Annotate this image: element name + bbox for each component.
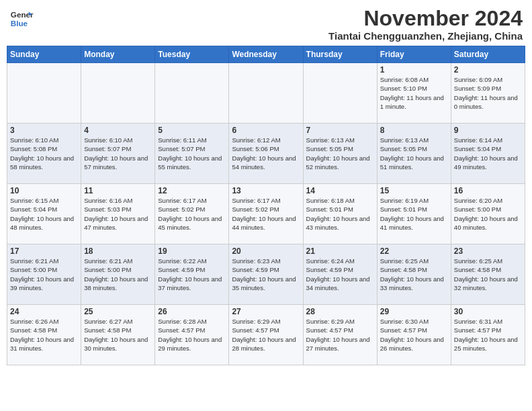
day-number: 5 bbox=[158, 126, 226, 135]
day-cell-1: 1Sunrise: 6:08 AM Sunset: 5:10 PM Daylig… bbox=[377, 63, 451, 124]
week-row-3: 10Sunrise: 6:15 AM Sunset: 5:04 PM Dayli… bbox=[7, 184, 525, 244]
day-detail: Sunrise: 6:13 AM Sunset: 5:05 PM Dayligh… bbox=[380, 136, 448, 171]
day-number: 22 bbox=[380, 246, 448, 256]
logo-icon: General Blue bbox=[9, 7, 34, 31]
day-number: 23 bbox=[454, 246, 522, 256]
day-cell-6: 6Sunrise: 6:12 AM Sunset: 5:06 PM Daylig… bbox=[229, 124, 303, 184]
day-number: 9 bbox=[454, 126, 522, 135]
day-number: 26 bbox=[158, 307, 226, 316]
day-detail: Sunrise: 6:28 AM Sunset: 4:57 PM Dayligh… bbox=[158, 317, 226, 353]
day-detail: Sunrise: 6:27 AM Sunset: 4:58 PM Dayligh… bbox=[84, 317, 152, 353]
day-cell-14: 14Sunrise: 6:18 AM Sunset: 5:01 PM Dayli… bbox=[303, 184, 377, 244]
day-detail: Sunrise: 6:10 AM Sunset: 5:07 PM Dayligh… bbox=[84, 136, 152, 171]
day-detail: Sunrise: 6:19 AM Sunset: 5:01 PM Dayligh… bbox=[380, 196, 448, 232]
day-number: 3 bbox=[10, 126, 78, 135]
day-cell-16: 16Sunrise: 6:20 AM Sunset: 5:00 PM Dayli… bbox=[451, 184, 525, 244]
weekday-header-friday: Friday bbox=[377, 46, 451, 63]
day-cell-22: 22Sunrise: 6:25 AM Sunset: 4:58 PM Dayli… bbox=[377, 244, 451, 305]
day-cell-7: 7Sunrise: 6:13 AM Sunset: 5:05 PM Daylig… bbox=[303, 124, 377, 184]
page-header: General Blue November 2024 Tiantai Cheng… bbox=[7, 7, 525, 42]
week-row-4: 17Sunrise: 6:21 AM Sunset: 5:00 PM Dayli… bbox=[7, 244, 525, 305]
day-cell-10: 10Sunrise: 6:15 AM Sunset: 5:04 PM Dayli… bbox=[7, 184, 81, 244]
day-detail: Sunrise: 6:18 AM Sunset: 5:01 PM Dayligh… bbox=[306, 196, 374, 232]
day-detail: Sunrise: 6:08 AM Sunset: 5:10 PM Dayligh… bbox=[380, 75, 448, 111]
day-number: 2 bbox=[454, 65, 522, 75]
day-detail: Sunrise: 6:25 AM Sunset: 4:58 PM Dayligh… bbox=[380, 257, 448, 292]
day-cell-17: 17Sunrise: 6:21 AM Sunset: 5:00 PM Dayli… bbox=[7, 244, 81, 305]
weekday-header-sunday: Sunday bbox=[7, 46, 81, 63]
day-number: 14 bbox=[306, 186, 374, 195]
day-detail: Sunrise: 6:23 AM Sunset: 4:59 PM Dayligh… bbox=[232, 257, 300, 292]
day-number: 18 bbox=[84, 246, 152, 256]
day-cell-11: 11Sunrise: 6:16 AM Sunset: 5:03 PM Dayli… bbox=[81, 184, 155, 244]
week-row-1: 1Sunrise: 6:08 AM Sunset: 5:10 PM Daylig… bbox=[7, 63, 525, 124]
weekday-header-thursday: Thursday bbox=[303, 46, 377, 63]
day-number: 6 bbox=[232, 126, 300, 135]
day-number: 29 bbox=[380, 307, 448, 316]
title-block: November 2024 Tiantai Chengguanzhen, Zhe… bbox=[328, 7, 523, 42]
day-detail: Sunrise: 6:22 AM Sunset: 4:59 PM Dayligh… bbox=[158, 257, 226, 292]
day-number: 24 bbox=[10, 307, 78, 316]
empty-cell bbox=[303, 63, 377, 124]
weekday-header-row: SundayMondayTuesdayWednesdayThursdayFrid… bbox=[7, 46, 525, 63]
day-detail: Sunrise: 6:25 AM Sunset: 4:58 PM Dayligh… bbox=[454, 257, 522, 292]
weekday-header-saturday: Saturday bbox=[451, 46, 525, 63]
weekday-header-monday: Monday bbox=[81, 46, 155, 63]
day-detail: Sunrise: 6:21 AM Sunset: 5:00 PM Dayligh… bbox=[10, 257, 78, 292]
day-cell-20: 20Sunrise: 6:23 AM Sunset: 4:59 PM Dayli… bbox=[229, 244, 303, 305]
day-detail: Sunrise: 6:16 AM Sunset: 5:03 PM Dayligh… bbox=[84, 196, 152, 232]
day-cell-15: 15Sunrise: 6:19 AM Sunset: 5:01 PM Dayli… bbox=[377, 184, 451, 244]
day-number: 1 bbox=[380, 65, 448, 75]
day-detail: Sunrise: 6:13 AM Sunset: 5:05 PM Dayligh… bbox=[306, 136, 374, 171]
day-cell-19: 19Sunrise: 6:22 AM Sunset: 4:59 PM Dayli… bbox=[155, 244, 229, 305]
day-number: 12 bbox=[158, 186, 226, 195]
day-cell-5: 5Sunrise: 6:11 AM Sunset: 5:07 PM Daylig… bbox=[155, 124, 229, 184]
day-cell-2: 2Sunrise: 6:09 AM Sunset: 5:09 PM Daylig… bbox=[451, 63, 525, 124]
day-detail: Sunrise: 6:30 AM Sunset: 4:57 PM Dayligh… bbox=[380, 317, 448, 353]
week-row-2: 3Sunrise: 6:10 AM Sunset: 5:08 PM Daylig… bbox=[7, 124, 525, 184]
day-detail: Sunrise: 6:20 AM Sunset: 5:00 PM Dayligh… bbox=[454, 196, 522, 232]
empty-cell bbox=[7, 63, 81, 124]
day-detail: Sunrise: 6:31 AM Sunset: 4:57 PM Dayligh… bbox=[454, 317, 522, 353]
day-cell-30: 30Sunrise: 6:31 AM Sunset: 4:57 PM Dayli… bbox=[451, 305, 525, 365]
day-number: 10 bbox=[10, 186, 78, 195]
day-cell-24: 24Sunrise: 6:26 AM Sunset: 4:58 PM Dayli… bbox=[7, 305, 81, 365]
day-cell-26: 26Sunrise: 6:28 AM Sunset: 4:57 PM Dayli… bbox=[155, 305, 229, 365]
day-number: 19 bbox=[158, 246, 226, 256]
month-title: November 2024 bbox=[328, 7, 523, 30]
day-cell-8: 8Sunrise: 6:13 AM Sunset: 5:05 PM Daylig… bbox=[377, 124, 451, 184]
day-cell-23: 23Sunrise: 6:25 AM Sunset: 4:58 PM Dayli… bbox=[451, 244, 525, 305]
day-detail: Sunrise: 6:12 AM Sunset: 5:06 PM Dayligh… bbox=[232, 136, 300, 171]
empty-cell bbox=[81, 63, 155, 124]
day-cell-18: 18Sunrise: 6:21 AM Sunset: 5:00 PM Dayli… bbox=[81, 244, 155, 305]
day-detail: Sunrise: 6:29 AM Sunset: 4:57 PM Dayligh… bbox=[306, 317, 374, 353]
day-detail: Sunrise: 6:09 AM Sunset: 5:09 PM Dayligh… bbox=[454, 75, 522, 111]
day-number: 21 bbox=[306, 246, 374, 256]
day-cell-29: 29Sunrise: 6:30 AM Sunset: 4:57 PM Dayli… bbox=[377, 305, 451, 365]
day-number: 11 bbox=[84, 186, 152, 195]
day-number: 20 bbox=[232, 246, 300, 256]
weekday-header-wednesday: Wednesday bbox=[229, 46, 303, 63]
day-cell-25: 25Sunrise: 6:27 AM Sunset: 4:58 PM Dayli… bbox=[81, 305, 155, 365]
day-cell-4: 4Sunrise: 6:10 AM Sunset: 5:07 PM Daylig… bbox=[81, 124, 155, 184]
empty-cell bbox=[229, 63, 303, 124]
day-detail: Sunrise: 6:17 AM Sunset: 5:02 PM Dayligh… bbox=[232, 196, 300, 232]
day-number: 8 bbox=[380, 126, 448, 135]
logo: General Blue bbox=[9, 7, 34, 31]
day-number: 25 bbox=[84, 307, 152, 316]
empty-cell bbox=[155, 63, 229, 124]
day-number: 15 bbox=[380, 186, 448, 195]
weekday-header-tuesday: Tuesday bbox=[155, 46, 229, 63]
day-cell-12: 12Sunrise: 6:17 AM Sunset: 5:02 PM Dayli… bbox=[155, 184, 229, 244]
day-cell-13: 13Sunrise: 6:17 AM Sunset: 5:02 PM Dayli… bbox=[229, 184, 303, 244]
day-detail: Sunrise: 6:17 AM Sunset: 5:02 PM Dayligh… bbox=[158, 196, 226, 232]
day-number: 30 bbox=[454, 307, 522, 316]
day-detail: Sunrise: 6:26 AM Sunset: 4:58 PM Dayligh… bbox=[10, 317, 78, 353]
calendar-table: SundayMondayTuesdayWednesdayThursdayFrid… bbox=[7, 46, 525, 365]
day-number: 17 bbox=[10, 246, 78, 256]
day-number: 27 bbox=[232, 307, 300, 316]
svg-text:Blue: Blue bbox=[11, 19, 28, 28]
location-title: Tiantai Chengguanzhen, Zhejiang, China bbox=[328, 30, 523, 42]
day-detail: Sunrise: 6:14 AM Sunset: 5:04 PM Dayligh… bbox=[454, 136, 522, 171]
day-cell-3: 3Sunrise: 6:10 AM Sunset: 5:08 PM Daylig… bbox=[7, 124, 81, 184]
